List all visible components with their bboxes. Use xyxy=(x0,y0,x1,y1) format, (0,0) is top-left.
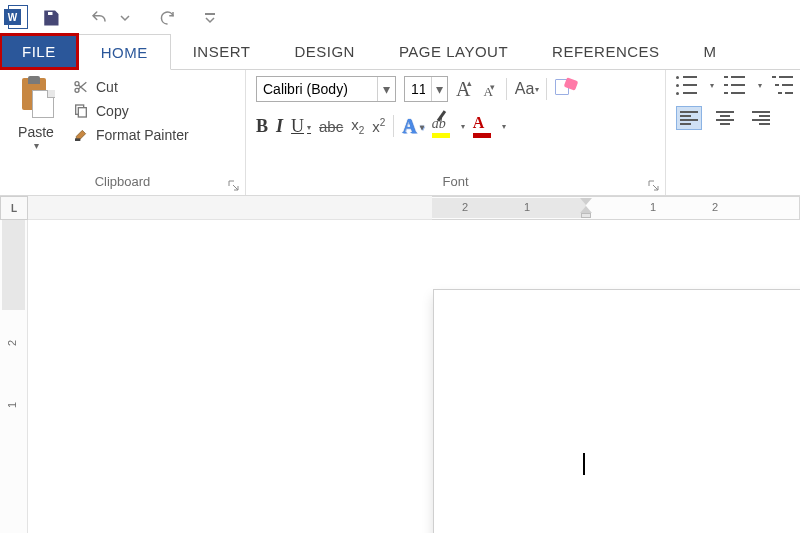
brush-icon xyxy=(72,126,90,144)
change-case-button[interactable]: Aa▾ xyxy=(515,80,539,98)
group-clipboard: Paste ▾ Cut Copy xyxy=(0,70,246,195)
tab-page-layout[interactable]: PAGE LAYOUT xyxy=(377,34,530,69)
font-name-combo[interactable]: ▾ xyxy=(256,76,396,102)
font-color-button[interactable]: A xyxy=(473,114,491,138)
font-size-dropdown-icon[interactable]: ▾ xyxy=(431,77,447,101)
subscript-button[interactable]: x2 xyxy=(351,116,364,136)
bold-button[interactable]: B xyxy=(256,116,268,137)
separator xyxy=(506,78,507,100)
group-font: ▾ ▾ A▴ A▾ Aa▾ B I xyxy=(246,70,666,195)
first-line-indent-icon[interactable] xyxy=(580,198,592,205)
undo-dropdown-icon[interactable] xyxy=(120,7,130,29)
change-case-label: Aa xyxy=(515,80,535,97)
shrink-font-button[interactable]: A▾ xyxy=(483,84,497,100)
ruler-v-tick: 2 xyxy=(6,340,18,346)
subscript-x: x xyxy=(351,116,359,133)
paste-label: Paste xyxy=(10,124,62,140)
superscript-button[interactable]: x2 xyxy=(372,117,385,135)
align-center-button[interactable] xyxy=(712,106,738,130)
ruler-v-tick: 1 xyxy=(6,402,18,408)
text-effects-label: A xyxy=(402,115,416,137)
cut-label: Cut xyxy=(96,79,118,95)
svg-rect-5 xyxy=(75,138,80,141)
undo-icon[interactable] xyxy=(88,7,110,29)
font-size-combo[interactable]: ▾ xyxy=(404,76,448,102)
numbering-button[interactable] xyxy=(724,76,745,94)
font-group-label: Font xyxy=(256,174,655,193)
paste-dropdown-icon[interactable]: ▾ xyxy=(10,140,62,151)
copy-button[interactable]: Copy xyxy=(72,102,189,120)
tab-file[interactable]: FILE xyxy=(0,34,78,69)
ruler-tick: 2 xyxy=(462,201,468,213)
ruler-tick: 2 xyxy=(712,201,718,213)
grow-font-button[interactable]: A▴ xyxy=(456,78,475,101)
superscript-2: 2 xyxy=(380,117,386,128)
format-painter-label: Format Painter xyxy=(96,127,189,143)
ruler-horizontal[interactable]: 2 1 1 2 xyxy=(432,196,800,220)
tab-selector[interactable]: L xyxy=(0,196,28,220)
svg-rect-4 xyxy=(78,108,86,117)
highlight-dropdown-icon[interactable]: ▾ xyxy=(461,122,465,131)
bullets-button[interactable] xyxy=(676,76,697,94)
multilevel-button[interactable] xyxy=(772,76,793,94)
workspace: 2 1 xyxy=(0,220,800,533)
align-left-button[interactable] xyxy=(676,106,702,130)
hanging-indent-icon[interactable] xyxy=(580,206,592,213)
superscript-x: x xyxy=(372,118,380,135)
tab-more[interactable]: M xyxy=(682,34,721,69)
subscript-2: 2 xyxy=(359,125,365,136)
scissors-icon xyxy=(72,78,90,96)
highlight-button[interactable]: ab xyxy=(432,114,450,138)
paste-button[interactable]: Paste ▾ xyxy=(10,76,62,151)
underline-button[interactable]: U▾ xyxy=(291,116,311,137)
numbering-dropdown-icon[interactable]: ▾ xyxy=(758,81,762,90)
tab-references[interactable]: REFERENCES xyxy=(530,34,682,69)
ruler-vertical[interactable]: 2 1 xyxy=(0,220,28,533)
text-cursor xyxy=(583,453,585,475)
ruler-tick: 1 xyxy=(650,201,656,213)
font-name-dropdown-icon[interactable]: ▾ xyxy=(377,77,395,101)
format-painter-button[interactable]: Format Painter xyxy=(72,126,189,144)
ribbon-tabs: FILE HOME INSERT DESIGN PAGE LAYOUT REFE… xyxy=(0,34,800,70)
italic-button[interactable]: I xyxy=(276,116,283,137)
tab-insert[interactable]: INSERT xyxy=(171,34,273,69)
ruler-tick: 1 xyxy=(524,201,530,213)
quick-access-toolbar: W xyxy=(0,0,800,34)
document-page[interactable] xyxy=(434,290,800,533)
font-color-dropdown-icon[interactable]: ▾ xyxy=(502,122,506,131)
font-name-input[interactable] xyxy=(257,77,377,101)
save-icon[interactable] xyxy=(40,7,62,29)
ruler-v-margin-shade xyxy=(2,220,25,310)
copy-label: Copy xyxy=(96,103,129,119)
redo-icon[interactable] xyxy=(156,7,178,29)
align-right-button[interactable] xyxy=(748,106,774,130)
font-color-bar xyxy=(473,133,491,138)
ruler-horizontal-wrap: L 2 1 1 2 xyxy=(0,196,800,220)
font-color-label: A xyxy=(473,114,485,131)
font-dialog-launcher-icon[interactable] xyxy=(647,177,659,189)
indent-markers[interactable] xyxy=(580,197,592,219)
font-size-input[interactable] xyxy=(405,77,431,101)
clear-formatting-button[interactable] xyxy=(555,79,577,99)
bullets-dropdown-icon[interactable]: ▾ xyxy=(710,81,714,90)
cut-button[interactable]: Cut xyxy=(72,78,189,96)
separator xyxy=(546,78,547,100)
highlight-color-bar xyxy=(432,133,450,138)
word-app-icon: W xyxy=(4,5,30,31)
text-effects-button[interactable]: A▾ xyxy=(402,115,423,138)
left-indent-icon[interactable] xyxy=(581,213,591,218)
copy-icon xyxy=(72,102,90,120)
paste-icon xyxy=(16,76,56,120)
separator xyxy=(393,115,394,137)
clipboard-group-label: Clipboard xyxy=(10,174,235,193)
qat-customize-icon[interactable] xyxy=(204,7,216,29)
underline-label: U xyxy=(291,116,304,136)
strikethrough-button[interactable]: abc xyxy=(319,118,343,135)
clipboard-dialog-launcher-icon[interactable] xyxy=(227,177,239,189)
ribbon: Paste ▾ Cut Copy xyxy=(0,70,800,196)
document-background[interactable] xyxy=(28,220,800,533)
tab-design[interactable]: DESIGN xyxy=(272,34,377,69)
group-paragraph: ▾ ▾ xyxy=(666,70,796,195)
tab-home[interactable]: HOME xyxy=(78,34,171,70)
ruler-margin-shade xyxy=(432,198,586,218)
